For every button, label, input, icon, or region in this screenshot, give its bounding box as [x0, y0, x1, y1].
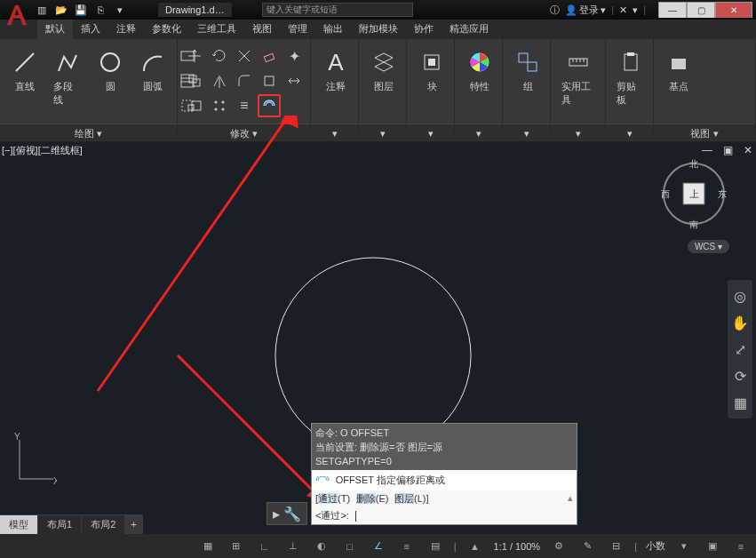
tab-layout1[interactable]: 布局1: [38, 515, 81, 534]
panel-title-view[interactable]: 视图 ▾: [654, 124, 755, 141]
ortho-toggle[interactable]: ⊥: [283, 538, 303, 555]
panel-flyout[interactable]: ▾: [455, 124, 502, 141]
close-button[interactable]: ✕: [715, 2, 752, 18]
isolate-icon[interactable]: ⊟: [606, 538, 625, 555]
qat-save-icon[interactable]: 💾: [73, 3, 89, 17]
tab-parametric[interactable]: 参数化: [144, 18, 189, 39]
info-icon[interactable]: ⓘ: [550, 4, 560, 17]
arc-button[interactable]: 圆弧: [133, 44, 172, 97]
tab-3dtools[interactable]: 三维工具: [189, 18, 244, 39]
scroll-up-icon[interactable]: ▴: [568, 492, 573, 504]
offset-button[interactable]: [258, 94, 281, 117]
tab-insert[interactable]: 插入: [73, 18, 108, 39]
showmotion-icon[interactable]: ▦: [731, 394, 749, 411]
line-button[interactable]: 直线: [5, 44, 44, 97]
erase-icon[interactable]: [258, 44, 281, 68]
rotate-icon[interactable]: [208, 44, 231, 68]
viewport-close-icon[interactable]: ✕: [744, 144, 752, 156]
help-dropdown-icon[interactable]: ▾: [633, 4, 638, 16]
align-icon[interactable]: ≡: [233, 94, 256, 117]
polyline-button[interactable]: 多段线: [48, 44, 87, 110]
orbit-icon[interactable]: ⟳: [731, 367, 749, 385]
panel-title-draw[interactable]: 绘图 ▾: [0, 124, 177, 141]
qat-saveas-icon[interactable]: ⎘: [92, 3, 108, 17]
grid-toggle[interactable]: ⊞: [227, 538, 246, 555]
maximize-button[interactable]: ▢: [687, 2, 715, 18]
util-button[interactable]: 实用工具: [556, 44, 600, 110]
viewport-restore-icon[interactable]: ▣: [723, 144, 733, 156]
tab-layout2[interactable]: 布局2: [82, 515, 124, 534]
units-mode[interactable]: 小数: [646, 539, 665, 553]
document-tab[interactable]: Drawing1.d…: [158, 3, 232, 17]
block-button[interactable]: 块: [412, 44, 451, 97]
zoom-ratio[interactable]: 1:1 / 100%: [494, 541, 541, 552]
ucs-icon[interactable]: YX: [12, 433, 57, 490]
clean-screen-icon[interactable]: ▣: [703, 538, 722, 555]
panel-flyout[interactable]: ▾: [407, 124, 454, 141]
scale-icon[interactable]: [183, 94, 206, 117]
snap-toggle[interactable]: ∟: [255, 538, 275, 555]
units-dropdown-icon[interactable]: ▾: [674, 538, 694, 555]
exchange-icon[interactable]: ✕: [619, 4, 627, 16]
stretch-icon[interactable]: [283, 69, 306, 92]
panel-flyout[interactable]: ▾: [551, 124, 605, 141]
panel-flyout[interactable]: ▾: [359, 124, 406, 141]
move-icon[interactable]: [183, 44, 206, 68]
user-login[interactable]: 👤 登录 ▾: [565, 4, 606, 17]
gear-icon[interactable]: ⚙: [549, 538, 569, 555]
fillet-icon[interactable]: [233, 69, 256, 92]
transparency-toggle[interactable]: ▤: [426, 538, 445, 555]
annotate-button[interactable]: A注释: [316, 44, 355, 97]
polar-toggle[interactable]: ◐: [312, 538, 331, 555]
props-button[interactable]: 特性: [460, 44, 499, 97]
tab-default[interactable]: 默认: [37, 18, 73, 39]
explode-icon[interactable]: ✦: [283, 44, 306, 68]
tab-collab[interactable]: 协作: [406, 18, 442, 39]
search-input[interactable]: 键入关键字或短语: [262, 3, 413, 17]
qat-open-icon[interactable]: 📂: [53, 3, 69, 17]
qat-new-icon[interactable]: ▥: [34, 3, 50, 17]
fullnav-icon[interactable]: ◎: [731, 287, 749, 305]
minimize-button[interactable]: —: [658, 2, 687, 18]
command-input[interactable]: <通过>:: [312, 507, 577, 524]
panel-flyout[interactable]: ▾: [503, 124, 550, 141]
zoom-icon[interactable]: ⤢: [731, 340, 749, 358]
tab-manage[interactable]: 管理: [280, 18, 315, 39]
wcs-badge[interactable]: WCS ▾: [688, 240, 729, 253]
osnap-toggle[interactable]: □: [340, 538, 360, 555]
mirror-icon[interactable]: [208, 69, 231, 92]
tab-view[interactable]: 视图: [244, 18, 280, 39]
model-paper-toggle[interactable]: ▦: [198, 538, 218, 555]
command-window[interactable]: 命令: O OFFSET 当前设置: 删除源=否 图层=源 SETGAPTYPE…: [311, 423, 577, 525]
chamfer-icon[interactable]: [258, 69, 281, 92]
command-handle[interactable]: ▸ 🔧: [267, 502, 307, 525]
drawing-canvas[interactable]: [−][俯视][二维线框] — ▣ ✕ 上 北 南 西 东 WCS ▾ ◎ ✋ …: [0, 142, 756, 534]
customization-icon[interactable]: ≡: [731, 538, 751, 555]
qat-dropdown-icon[interactable]: ▾: [112, 3, 128, 17]
tab-annotate[interactable]: 注释: [108, 18, 144, 39]
annotation-toggle[interactable]: ✎: [577, 538, 597, 555]
lineweight-toggle[interactable]: ≡: [397, 538, 417, 555]
group-button[interactable]: 组: [508, 44, 547, 97]
tab-express[interactable]: 精选应用: [442, 18, 497, 39]
array-icon[interactable]: [208, 94, 231, 117]
clipboard-button[interactable]: 剪贴板: [611, 44, 650, 110]
trim-icon[interactable]: [233, 44, 256, 68]
tab-model[interactable]: 模型: [0, 515, 37, 534]
tab-addin[interactable]: 附加模块: [351, 18, 406, 39]
layer-button[interactable]: 图层: [364, 44, 403, 97]
circle-button[interactable]: 圆: [91, 44, 130, 97]
app-logo[interactable]: [4, 2, 30, 28]
add-layout-button[interactable]: +: [125, 516, 141, 532]
viewport-label[interactable]: [−][俯视][二维线框]: [2, 144, 83, 157]
panel-title-modify[interactable]: 修改 ▾: [178, 124, 310, 141]
viewport-minimize-icon[interactable]: —: [702, 144, 712, 156]
basepoint-button[interactable]: 基点: [659, 44, 698, 97]
otrack-toggle[interactable]: ∠: [369, 538, 388, 555]
workspace-icon[interactable]: ▲: [466, 538, 485, 555]
copy-icon[interactable]: [183, 69, 206, 92]
panel-flyout[interactable]: ▾: [311, 124, 358, 141]
pan-icon[interactable]: ✋: [731, 314, 749, 331]
tab-output[interactable]: 输出: [315, 18, 351, 39]
panel-flyout[interactable]: ▾: [606, 124, 653, 141]
